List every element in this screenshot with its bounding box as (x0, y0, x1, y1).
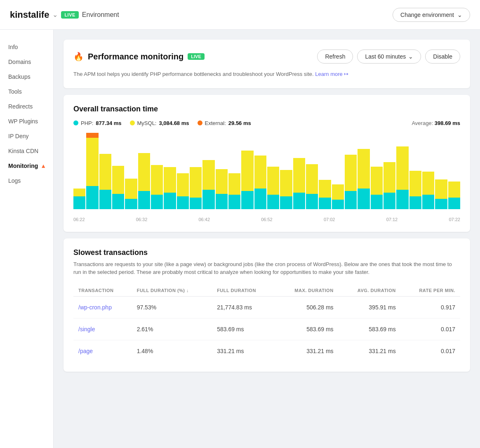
bar-segment-yellow (202, 160, 214, 190)
rate-per-min: 0.917 (401, 296, 460, 318)
max-duration: 506.28 ms (275, 296, 339, 318)
logo-chevron-icon[interactable]: ⌄ (52, 11, 58, 19)
bar-segment-yellow (216, 169, 228, 193)
mysql-value: 3,084.68 ms (159, 120, 189, 126)
bar-segment-cyan (306, 194, 318, 209)
external-dot (198, 120, 202, 125)
bar-segment-yellow (384, 162, 395, 193)
refresh-button[interactable]: Refresh (317, 50, 353, 64)
bar-segment-cyan (267, 195, 279, 209)
bar-segment-yellow (241, 151, 253, 191)
sidebar-item-label: Info (8, 44, 18, 50)
rate-per-min: 0.017 (401, 340, 460, 362)
sidebar-item-redirects[interactable]: Redirects (0, 99, 53, 114)
bar-segment-cyan (280, 196, 292, 209)
bar-segment-cyan (358, 189, 369, 209)
full-duration-pct: 1.48% (132, 340, 212, 362)
bar-segment-cyan (228, 195, 240, 209)
bar-segment-cyan (216, 194, 228, 209)
sidebar-item-label: Backups (8, 73, 31, 80)
bar-group (125, 133, 137, 209)
bar-segment-cyan (396, 190, 408, 209)
legend-mysql: MySQL: 3,084.68 ms (130, 120, 189, 126)
bar-segment-cyan (125, 199, 137, 209)
sidebar-item-label: Domains (8, 59, 31, 65)
slowest-transactions-description: Transactions are requests to your site (… (73, 260, 460, 276)
performance-title-row: 🔥 Performance monitoring LIVE (73, 52, 205, 61)
bar-group (345, 133, 357, 209)
slowest-transactions-title: Slowest transactions (73, 248, 460, 257)
bar-group (306, 133, 318, 209)
sidebar-item-info[interactable]: Info (0, 40, 53, 54)
max-duration: 331.21 ms (275, 340, 339, 362)
sidebar-item-ip-deny[interactable]: IP Deny (0, 129, 53, 144)
bar-segment-cyan (73, 196, 85, 209)
flame-icon: 🔥 (73, 52, 84, 61)
table-row: /single 2.61% 583.69 ms 583.69 ms 583.69… (73, 318, 460, 340)
bar-group (138, 133, 150, 209)
sidebar-item-label: IP Deny (8, 133, 29, 139)
php-label: PHP: (81, 120, 93, 126)
legend-average: Average: 398.69 ms (412, 120, 460, 126)
sidebar-item-monitoring[interactable]: Monitoring ▲ (0, 158, 53, 173)
environment-label: Environment (82, 11, 119, 19)
table-row: /wp-cron.php 97.53% 21,774.83 ms 506.28 … (73, 296, 460, 318)
php-value: 877.34 ms (96, 120, 121, 126)
transactions-table: TRANSACTION FULL DURATION (%) ↓ FULL DUR… (73, 285, 460, 362)
mysql-label: MySQL: (137, 120, 157, 126)
bar-segment-cyan (254, 189, 266, 209)
bar-segment-yellow (267, 167, 279, 195)
bar-group (241, 133, 253, 209)
bar-segment-cyan (86, 186, 98, 209)
sidebar-item-wp-plugins[interactable]: WP Plugins (0, 114, 53, 129)
sidebar-item-logs[interactable]: Logs (0, 173, 53, 188)
bar-group (216, 133, 228, 209)
sidebar-item-backups[interactable]: Backups (0, 69, 53, 84)
bar-segment-yellow (254, 156, 266, 189)
bar-group (267, 133, 279, 209)
chevron-down-icon: ⌄ (408, 53, 413, 60)
performance-header: 🔥 Performance monitoring LIVE Refresh La… (73, 50, 460, 64)
full-duration: 331.21 ms (212, 340, 275, 362)
bar-group (435, 133, 447, 209)
sidebar-item-tools[interactable]: Tools (0, 84, 53, 99)
bar-group (228, 133, 240, 209)
bar-segment-yellow (138, 153, 150, 191)
col-avg-duration: AVG. DURATION (339, 285, 401, 297)
bar-segment-yellow (190, 167, 202, 198)
transaction-name[interactable]: /wp-cron.php (73, 296, 132, 318)
transaction-name[interactable]: /page (73, 340, 132, 362)
bar-segment-yellow (125, 179, 137, 199)
disable-button[interactable]: Disable (425, 50, 460, 64)
max-duration: 583.69 ms (275, 318, 339, 340)
header-left: kinstalife ⌄ LIVE Environment (10, 9, 119, 20)
bar-segment-cyan (332, 200, 344, 209)
change-environment-button[interactable]: Change environment ⌄ (393, 8, 470, 22)
col-transaction: TRANSACTION (73, 285, 132, 297)
sidebar-item-label: Monitoring (8, 163, 38, 169)
time-range-button[interactable]: Last 60 minutes ⌄ (357, 50, 421, 64)
bar-segment-yellow (293, 158, 305, 193)
transaction-name[interactable]: /single (73, 318, 132, 340)
sidebar-item-kinsta-cdn[interactable]: Kinsta CDN (0, 144, 53, 158)
bar-segment-yellow (112, 166, 124, 194)
bar-segment-yellow (228, 173, 240, 195)
bar-segment-cyan (164, 193, 176, 209)
chevron-down-icon: ⌄ (457, 12, 462, 18)
header: kinstalife ⌄ LIVE Environment Change env… (0, 0, 480, 30)
bar-group (448, 133, 460, 209)
bar-segment-cyan (177, 196, 189, 209)
full-duration-pct: 2.61% (132, 318, 212, 340)
learn-more-link[interactable]: Learn more ↦ (315, 71, 348, 77)
bar-segment-cyan (202, 190, 214, 209)
bar-group (358, 133, 369, 209)
bar-segment-cyan (422, 195, 434, 209)
sidebar-item-domains[interactable]: Domains (0, 54, 53, 69)
monitoring-icon: ▲ (40, 163, 46, 169)
bar-segment-cyan (384, 193, 395, 209)
performance-description: The APM tool helps you identify PHP perf… (73, 70, 460, 78)
avg-duration: 395.91 ms (339, 296, 401, 318)
table-header-row: TRANSACTION FULL DURATION (%) ↓ FULL DUR… (73, 285, 460, 297)
bar-segment-yellow (422, 172, 434, 194)
bar-group (202, 133, 214, 209)
